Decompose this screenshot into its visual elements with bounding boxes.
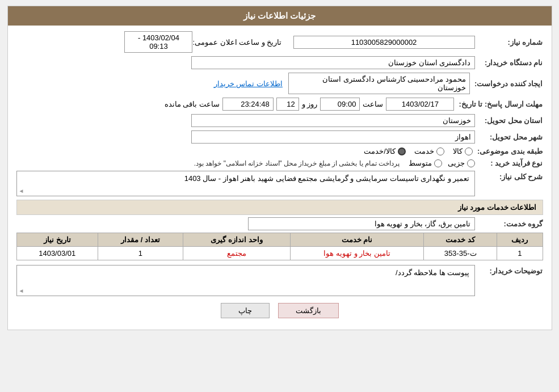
col-quantity: تعداد / مقدار — [98, 233, 183, 247]
deadline-time: 09:00 — [320, 98, 360, 111]
category-radio-kala-khedmat — [398, 147, 406, 155]
cell-service-code: ت-35-353 — [424, 247, 497, 260]
description-value: تعمیر و نگهداری تاسیسات سرمایشی و گرمایش… — [16, 171, 475, 196]
category-kala-label: کالا — [453, 147, 463, 155]
city-row: شهر محل تحویل: اهواز — [16, 130, 543, 144]
resize-icon: ◄ — [19, 188, 24, 194]
purchase-type-row: نوع فرآیند خرید : جزیی متوسط پرداخت تمام… — [16, 159, 543, 167]
province-row: استان محل تحویل: خوزستان — [16, 114, 543, 127]
description-label: شرح کلی نیاز: — [475, 171, 543, 181]
buttons-row: بازگشت چاپ — [16, 303, 543, 324]
need-number-label: شماره نیاز: — [475, 38, 543, 47]
back-button[interactable]: بازگشت — [278, 303, 339, 318]
category-kala-khedmat-label: کالا/خدمت — [364, 147, 396, 155]
purchase-type-motawaset[interactable]: متوسط — [409, 159, 442, 167]
org-row: نام دستگاه خریدار: دادگستری استان خوزستا… — [16, 56, 543, 69]
creator-value: محمود مرادحسینی کارشناس دادگستری استان خ… — [288, 73, 470, 94]
main-container: جزئیات اطلاعات نیاز شماره نیاز: 11030058… — [7, 6, 552, 330]
col-service-code: کد خدمت — [424, 233, 497, 247]
need-number-value: 1103005829000002 — [293, 36, 475, 49]
province-value: خوزستان — [191, 114, 475, 127]
col-date: تاریخ نیاز — [16, 233, 98, 247]
need-number-row: شماره نیاز: 1103005829000002 تاریخ و ساع… — [16, 31, 543, 53]
category-option-kala[interactable]: کالا — [453, 147, 473, 155]
content-area: شماره نیاز: 1103005829000002 تاریخ و ساع… — [8, 26, 552, 330]
creator-contact-link[interactable]: اطلاعات تماس خریدار — [214, 79, 283, 88]
creator-label: ایجاد کننده درخواست: — [470, 79, 543, 88]
deadline-days: 12 — [276, 98, 299, 111]
category-radio-group: کالا خدمت کالا/خدمت — [364, 147, 473, 155]
service-group-value: تامین برق، گاز، بخار و تهویه هوا — [248, 217, 475, 230]
col-unit: واحد اندازه گیری — [183, 233, 290, 247]
category-row: طبقه بندی موضوعی: کالا خدمت کالا/خدمت — [16, 147, 543, 155]
print-button[interactable]: چاپ — [221, 303, 270, 318]
purchase-type-label: نوع فرآیند خرید : — [475, 159, 543, 167]
purchase-type-options: جزیی متوسط — [409, 159, 475, 167]
deadline-time-label: ساعت — [363, 100, 383, 108]
service-group-row: گروه خدمت: تامین برق، گاز، بخار و تهویه … — [16, 217, 543, 230]
deadline-remaining: 23:24:48 — [222, 98, 274, 111]
city-value: اهواز — [191, 130, 475, 144]
notes-resize-icon: ◄ — [19, 288, 24, 294]
category-option-khedmat[interactable]: خدمت — [414, 147, 444, 155]
deadline-date: 1403/02/17 — [386, 98, 454, 111]
date-value: 1403/02/04 - 09:13 — [124, 31, 192, 53]
purchase-type-jozi[interactable]: جزیی — [448, 159, 475, 167]
org-value: دادگستری استان خوزستان — [191, 56, 475, 69]
purchase-motawaset-label: متوسط — [409, 159, 432, 167]
cell-row-num: 1 — [497, 247, 543, 260]
deadline-day-label: روز و — [302, 100, 318, 108]
category-option-kala-khedmat[interactable]: کالا/خدمت — [364, 147, 406, 155]
page-title: جزئیات اطلاعات نیاز — [243, 11, 316, 20]
cell-quantity: 1 — [98, 247, 183, 260]
cell-date: 1403/03/01 — [16, 247, 98, 260]
services-section-title: اطلاعات خدمات مورد نیاز — [458, 203, 537, 212]
category-radio-khedmat — [436, 147, 444, 155]
table-row: 1 ت-35-353 تامین بخار و تهویه هوا مجتمع … — [16, 247, 543, 260]
deadline-label: مهلت ارسال پاسخ: تا تاریخ: — [454, 100, 543, 108]
purchase-type-note: پرداخت تمام یا بخشی از مبلغ خریداز محل "… — [194, 159, 400, 167]
buyer-notes-value: پیوست ها ملاحظه گردد/ — [16, 265, 475, 296]
table-header-row: ردیف کد خدمت نام خدمت واحد اندازه گیری ت… — [16, 233, 543, 247]
col-service-name: نام خدمت — [291, 233, 424, 247]
category-radio-kala — [465, 147, 473, 155]
buyer-notes-row: توضیحات خریدار: پیوست ها ملاحظه گردد/ ◄ — [16, 265, 543, 296]
deadline-row: مهلت ارسال پاسخ: تا تاریخ: 1403/02/17 سا… — [16, 98, 543, 111]
services-section-header: اطلاعات خدمات مورد نیاز — [16, 200, 543, 215]
cell-service-name: تامین بخار و تهویه هوا — [291, 247, 424, 260]
category-label: طبقه بندی موضوعی: — [473, 147, 543, 155]
service-group-label: گروه خدمت: — [475, 220, 543, 228]
page-header: جزئیات اطلاعات نیاز — [8, 6, 552, 26]
col-row-num: ردیف — [497, 233, 543, 247]
description-row: شرح کلی نیاز: تعمیر و نگهداری تاسیسات سر… — [16, 171, 543, 196]
purchase-radio-jozi — [467, 159, 475, 167]
buyer-notes-label: توضیحات خریدار: — [475, 265, 543, 275]
city-label: شهر محل تحویل: — [475, 133, 543, 141]
category-khedmat-label: خدمت — [414, 147, 434, 155]
services-table: ردیف کد خدمت نام خدمت واحد اندازه گیری ت… — [16, 233, 543, 260]
deadline-remaining-label: ساعت باقی مانده — [165, 100, 220, 108]
purchase-jozi-label: جزیی — [448, 159, 465, 167]
date-label: تاریخ و ساعت اعلان عمومی: — [192, 38, 281, 47]
creator-row: ایجاد کننده درخواست: محمود مرادحسینی کار… — [16, 73, 543, 94]
purchase-radio-motawaset — [434, 159, 442, 167]
org-label: نام دستگاه خریدار: — [475, 58, 543, 67]
province-label: استان محل تحویل: — [475, 116, 543, 125]
cell-unit: مجتمع — [183, 247, 290, 260]
